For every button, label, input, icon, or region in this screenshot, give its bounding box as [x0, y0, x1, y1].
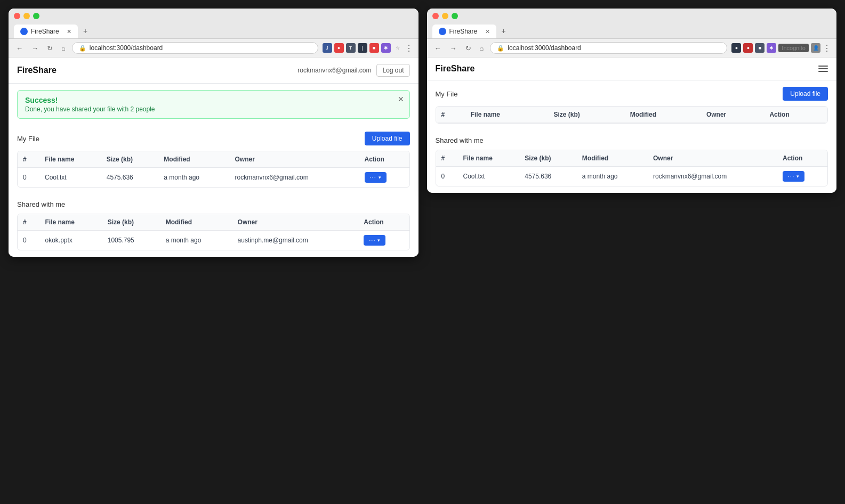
cell-owner: rockmanvnx6@gmail.com [648, 167, 777, 186]
star-icon[interactable]: ☆ [393, 43, 403, 53]
cell-file_name: Cool.txt [39, 168, 101, 188]
tab-close-icon[interactable]: ✕ [67, 28, 71, 35]
right-tab-bar: FireShare ✕ + [432, 23, 832, 38]
col-action: Action [358, 214, 409, 231]
ext-6-icon[interactable]: ✱ [381, 43, 391, 53]
right-back-btn[interactable]: ← [432, 43, 444, 53]
col-filename: File name [40, 214, 102, 231]
right-app-title: FireShare [436, 64, 475, 74]
right-profile-icon[interactable]: 👤 [811, 43, 820, 53]
ext-1-icon[interactable]: J [323, 43, 332, 53]
lock-icon: 🔒 [79, 45, 86, 52]
new-tab-btn[interactable]: + [79, 23, 92, 38]
cell-action: ···▾ [359, 168, 409, 188]
more-options-icon[interactable]: ⋮ [405, 43, 413, 53]
action-dropdown-button[interactable]: ···▾ [783, 171, 804, 182]
right-my-file-header-row: # File name Size (kb) Modified Owner Act… [436, 107, 828, 123]
my-file-table-wrapper: # File name Size (kb) Modified Owner Act… [17, 151, 410, 188]
my-file-table: # File name Size (kb) Modified Owner Act… [18, 151, 409, 187]
right-col-action: Action [764, 107, 827, 123]
ext-3-icon[interactable]: T [346, 43, 356, 53]
upload-file-button[interactable]: Upload file [365, 132, 410, 145]
right-ext-3-icon[interactable]: ■ [755, 43, 764, 53]
cell-action: ···▾ [358, 231, 409, 250]
cell-owner: rockmanvnx6@gmail.com [230, 168, 359, 188]
ext-2-icon[interactable]: ● [334, 43, 344, 53]
left-browser-chrome: FireShare ✕ + [9, 9, 419, 39]
shared-title: Shared with me [17, 200, 65, 208]
table-row: 0Cool.txt4575.636a month agorockmanvnx6@… [18, 168, 409, 188]
col-action: Action [359, 151, 409, 168]
right-app-content: FireShare My File Upload file # File nam… [427, 58, 837, 193]
col-filename: File name [39, 151, 101, 168]
right-home-btn[interactable]: ⌂ [478, 43, 486, 53]
right-browser-chrome: FireShare ✕ + [427, 9, 837, 39]
success-message: Done, you have shared your file with 2 p… [25, 105, 402, 113]
right-refresh-btn[interactable]: ↻ [463, 43, 473, 53]
shared-table-wrapper: # File name Size (kb) Modified Owner Act… [17, 214, 410, 250]
table-row: 0Cool.txt4575.636a month agorockmanvnx6@… [436, 167, 828, 186]
action-dropdown-button[interactable]: ···▾ [364, 235, 385, 246]
hamburger-menu-btn[interactable] [818, 66, 828, 72]
success-close-icon[interactable]: ✕ [398, 95, 404, 103]
right-more-options-icon[interactable]: ⋮ [823, 43, 831, 53]
close-window-btn[interactable] [14, 13, 20, 19]
ext-5-icon[interactable]: ■ [369, 43, 379, 53]
col-modified: Modified [158, 151, 229, 168]
col-hash: # [18, 151, 39, 168]
minimize-window-btn[interactable] [23, 13, 30, 19]
right-shared-header-row: # File name Size (kb) Modified Owner Act… [436, 150, 828, 167]
forward-btn[interactable]: → [29, 43, 41, 53]
col-owner: Owner [230, 151, 359, 168]
address-input[interactable]: 🔒 localhost:3000/dashboard [72, 42, 318, 54]
right-ext-4-icon[interactable]: ✱ [767, 43, 776, 53]
right-maximize-btn[interactable] [452, 13, 458, 19]
shared-section: Shared with me # File name Size (kb) Mod… [9, 194, 419, 257]
hamburger-line-1 [818, 66, 828, 67]
right-col-filename: File name [465, 107, 549, 123]
action-dropdown-button[interactable]: ···▾ [365, 172, 387, 183]
right-col-hash: # [436, 107, 465, 123]
traffic-lights [14, 13, 413, 19]
cell-owner: austinph.me@gmail.com [232, 231, 359, 250]
right-minimize-btn[interactable] [442, 13, 448, 19]
right-url-text: localhost:3000/dashboard [508, 44, 581, 52]
right-shared-col-owner: Owner [648, 150, 777, 167]
cell-file_name: Cool.txt [457, 167, 519, 186]
active-tab[interactable]: FireShare ✕ [14, 25, 78, 38]
col-modified: Modified [160, 214, 232, 231]
right-app-header: FireShare [427, 58, 837, 80]
right-shared-col-action: Action [777, 150, 827, 167]
success-title: Success! [25, 96, 402, 104]
right-col-owner: Owner [701, 107, 764, 123]
logout-button[interactable]: Log out [376, 64, 409, 77]
right-shared-col-hash: # [436, 150, 458, 167]
maximize-window-btn[interactable] [33, 13, 39, 19]
cell-index: 0 [18, 168, 39, 188]
right-browser-window: FireShare ✕ + ← → ↻ ⌂ 🔒 localhost:3000/d… [427, 9, 837, 193]
right-forward-btn[interactable]: → [448, 43, 459, 53]
right-active-tab[interactable]: FireShare ✕ [432, 25, 496, 38]
col-owner: Owner [232, 214, 359, 231]
url-text: localhost:3000/dashboard [90, 44, 163, 52]
home-btn[interactable]: ⌂ [59, 43, 68, 53]
table-row: 0okok.pptx1005.795a month agoaustinph.me… [18, 231, 409, 250]
right-my-file-section: My File Upload file # File name Size (kb… [427, 80, 837, 130]
back-btn[interactable]: ← [14, 43, 25, 53]
left-browser-window: FireShare ✕ + ← → ↻ ⌂ 🔒 localhost:3000/d… [9, 9, 419, 257]
right-tab-close-icon[interactable]: ✕ [485, 28, 490, 35]
right-shared-section: Shared with me # File name Size (kb) Mod… [427, 130, 837, 193]
right-close-btn[interactable] [432, 13, 439, 19]
ext-4-icon[interactable]: | [358, 43, 367, 53]
right-shared-col-size: Size (kb) [519, 150, 577, 167]
right-new-tab-btn[interactable]: + [497, 23, 510, 38]
success-banner: Success! Done, you have shared your file… [17, 90, 410, 119]
right-ext-1-icon[interactable]: ● [731, 43, 741, 53]
right-ext-2-icon[interactable]: ● [743, 43, 753, 53]
right-tab-title: FireShare [449, 28, 478, 35]
right-upload-file-button[interactable]: Upload file [783, 87, 828, 101]
right-address-input[interactable]: 🔒 localhost:3000/dashboard [490, 42, 727, 54]
refresh-btn[interactable]: ↻ [45, 43, 55, 53]
cell-file_name: okok.pptx [40, 231, 102, 250]
shared-table: # File name Size (kb) Modified Owner Act… [18, 214, 409, 250]
